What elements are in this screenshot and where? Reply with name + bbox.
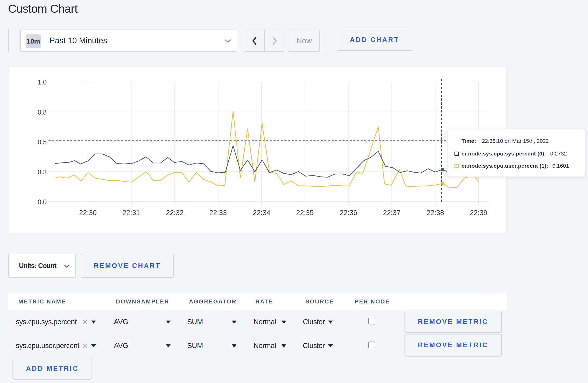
svg-text:22:39: 22:39 [470, 209, 487, 217]
svg-text:22:33: 22:33 [209, 209, 227, 217]
svg-text:0.5: 0.5 [38, 138, 47, 146]
svg-text:0.0: 0.0 [38, 198, 47, 205]
svg-text:0.3: 0.3 [38, 168, 47, 176]
svg-text:22:31: 22:31 [122, 209, 140, 217]
svg-text:22:36: 22:36 [340, 209, 357, 217]
svg-text:0.8: 0.8 [38, 109, 47, 116]
svg-text:22:32: 22:32 [166, 209, 184, 217]
svg-text:22:34: 22:34 [253, 209, 270, 217]
svg-text:22:38: 22:38 [426, 209, 444, 217]
svg-text:22:37: 22:37 [383, 209, 401, 217]
svg-text:22:30: 22:30 [79, 209, 97, 217]
svg-text:22:35: 22:35 [296, 209, 314, 217]
svg-text:1.0: 1.0 [38, 79, 47, 86]
